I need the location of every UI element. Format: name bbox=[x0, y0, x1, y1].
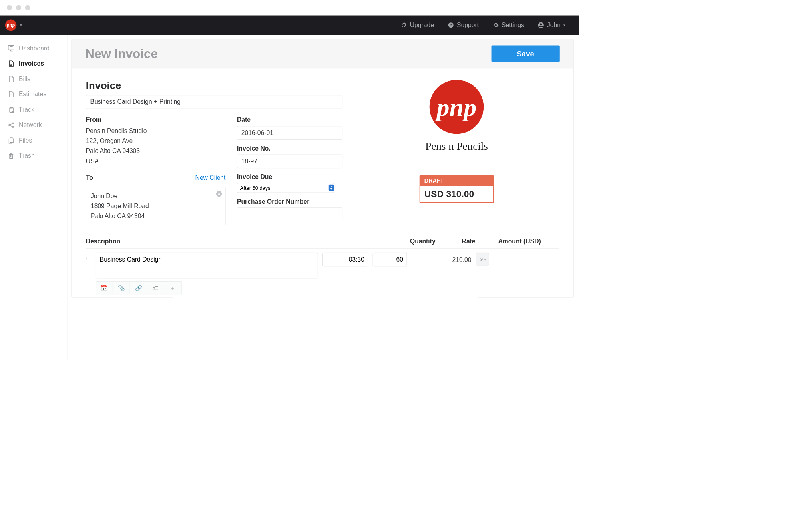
settings-link[interactable]: Settings bbox=[486, 22, 531, 29]
line-item-tools: 📅 📎 🔗 🏷 ＋ bbox=[96, 281, 182, 294]
col-header-amount: Amount (USD) bbox=[476, 238, 541, 245]
tool-add-button[interactable]: ＋ bbox=[164, 282, 181, 294]
calendar-icon: 📅 bbox=[101, 285, 108, 291]
sidebar-item-label: Invoices bbox=[19, 60, 44, 68]
settings-label: Settings bbox=[502, 22, 524, 29]
line-rate-input[interactable] bbox=[373, 253, 407, 266]
user-menu[interactable]: John ▾ bbox=[531, 22, 571, 29]
brand-name: Pens n Pencils bbox=[425, 140, 488, 152]
invoice-no-label: Invoice No. bbox=[237, 145, 342, 153]
sidebar-item-estimates[interactable]: Estimates bbox=[0, 87, 67, 102]
window-close-dot[interactable] bbox=[7, 5, 12, 10]
line-quantity-input[interactable] bbox=[322, 253, 368, 266]
brand-menu-chevron-icon[interactable]: ▾ bbox=[20, 23, 22, 27]
brand-logo[interactable]: pnp bbox=[5, 20, 17, 31]
support-link[interactable]: ? Support bbox=[441, 22, 485, 29]
pon-input[interactable] bbox=[237, 208, 342, 221]
status-badge: DRAFT bbox=[420, 176, 493, 186]
due-label: Invoice Due bbox=[237, 173, 342, 181]
line-description-input[interactable] bbox=[96, 253, 318, 278]
from-address: Pens n Pencils Studio 122, Oregon Ave Pa… bbox=[86, 126, 226, 166]
line-amount: 210.00 bbox=[412, 253, 472, 264]
from-line: Pens n Pencils Studio bbox=[86, 126, 226, 136]
col-header-quantity: Quantity bbox=[378, 238, 436, 245]
network-icon bbox=[8, 121, 15, 129]
date-input[interactable] bbox=[237, 126, 342, 139]
chevron-down-icon: ▾ bbox=[563, 23, 565, 27]
line-items-header: Description Quantity Rate Amount (USD) bbox=[86, 238, 559, 248]
files-icon bbox=[8, 137, 15, 145]
sidebar-item-label: Bills bbox=[19, 75, 30, 83]
window-min-dot[interactable] bbox=[16, 5, 21, 10]
status-box: DRAFT USD 310.00 bbox=[420, 175, 494, 203]
sidebar-item-network[interactable]: Network bbox=[0, 117, 67, 133]
invoice-no-input[interactable] bbox=[237, 155, 342, 168]
new-client-link[interactable]: New Client bbox=[195, 174, 226, 182]
estimates-icon bbox=[8, 91, 15, 98]
plus-icon: ＋ bbox=[170, 285, 175, 291]
from-line: USA bbox=[86, 156, 226, 166]
svg-point-3 bbox=[540, 23, 542, 25]
gear-icon bbox=[492, 22, 499, 28]
topbar: pnp ▾ Upgrade ? Support Settings John ▾ bbox=[0, 16, 579, 35]
paperclip-icon: 📎 bbox=[118, 285, 125, 291]
sidebar-item-dashboard[interactable]: Dashboard bbox=[0, 40, 67, 56]
col-header-description: Description bbox=[86, 238, 378, 245]
invoice-total: USD 310.00 bbox=[420, 186, 493, 202]
upgrade-label: Upgrade bbox=[410, 22, 434, 29]
sidebar-item-label: Trash bbox=[19, 152, 35, 160]
tool-tag-button[interactable]: 🏷 bbox=[147, 282, 164, 294]
clear-client-icon[interactable]: ✕ bbox=[216, 191, 222, 197]
svg-line-19 bbox=[10, 123, 12, 125]
from-label: From bbox=[86, 116, 226, 124]
line-actions-button[interactable]: ⚙ ▾ bbox=[476, 253, 489, 265]
sidebar-item-files[interactable]: Files bbox=[0, 133, 67, 149]
sidebar: Dashboard Invoices Bills Estimates Track… bbox=[0, 35, 67, 360]
user-icon bbox=[538, 22, 544, 28]
invoice-title-input[interactable] bbox=[86, 95, 342, 109]
card-header: New Invoice Save bbox=[72, 39, 573, 68]
chevron-down-icon: ▾ bbox=[484, 258, 486, 261]
save-button[interactable]: Save bbox=[492, 45, 560, 62]
from-line: 122, Oregon Ave bbox=[86, 136, 226, 146]
svg-point-18 bbox=[12, 126, 14, 127]
sidebar-item-label: Network bbox=[19, 121, 42, 129]
svg-point-16 bbox=[9, 125, 10, 126]
invoice-heading: Invoice bbox=[86, 80, 342, 92]
tool-link-button[interactable]: 🔗 bbox=[130, 282, 147, 294]
sidebar-item-invoices[interactable]: Invoices bbox=[0, 56, 67, 72]
support-label: Support bbox=[457, 22, 479, 29]
svg-line-20 bbox=[10, 125, 12, 127]
link-icon: 🔗 bbox=[135, 285, 142, 291]
date-label: Date bbox=[237, 116, 342, 124]
select-caret-icon: ▴▾ bbox=[329, 185, 334, 191]
tool-attachment-button[interactable]: 📎 bbox=[113, 282, 130, 294]
to-line: John Doe bbox=[91, 191, 221, 201]
window-chrome bbox=[0, 0, 579, 16]
due-select[interactable]: After 60 days bbox=[237, 183, 334, 193]
svg-text:?: ? bbox=[450, 23, 452, 27]
pon-label: Purchase Order Number bbox=[237, 198, 342, 205]
svg-point-17 bbox=[12, 123, 14, 124]
user-name: John bbox=[547, 22, 561, 29]
upgrade-link[interactable]: Upgrade bbox=[394, 22, 440, 29]
to-client-box[interactable]: John Doe 1809 Page Mill Road Palo Alto C… bbox=[86, 187, 226, 225]
brand-block: pnp Pens n Pencils bbox=[425, 80, 488, 152]
main-content: New Invoice Save Invoice From Pens n Pen… bbox=[67, 35, 579, 360]
sidebar-item-label: Track bbox=[19, 106, 34, 113]
trash-icon bbox=[8, 152, 15, 160]
from-line: Palo Alto CA 94303 bbox=[86, 146, 226, 156]
sidebar-item-bills[interactable]: Bills bbox=[0, 71, 67, 87]
window-max-dot[interactable] bbox=[25, 5, 30, 10]
tool-calendar-button[interactable]: 📅 bbox=[96, 282, 113, 294]
rocket-icon bbox=[401, 22, 407, 28]
drag-handle-icon[interactable]: ⠿ bbox=[86, 253, 91, 261]
to-label: To bbox=[86, 174, 93, 182]
to-line: 1809 Page Mill Road bbox=[91, 201, 221, 211]
sidebar-item-track[interactable]: Track bbox=[0, 102, 67, 117]
to-line: Palo Alto CA 94304 bbox=[91, 211, 221, 221]
sidebar-item-trash[interactable]: Trash bbox=[0, 148, 67, 164]
col-header-rate: Rate bbox=[436, 238, 476, 245]
track-icon bbox=[8, 106, 15, 113]
dashboard-icon bbox=[8, 44, 15, 52]
